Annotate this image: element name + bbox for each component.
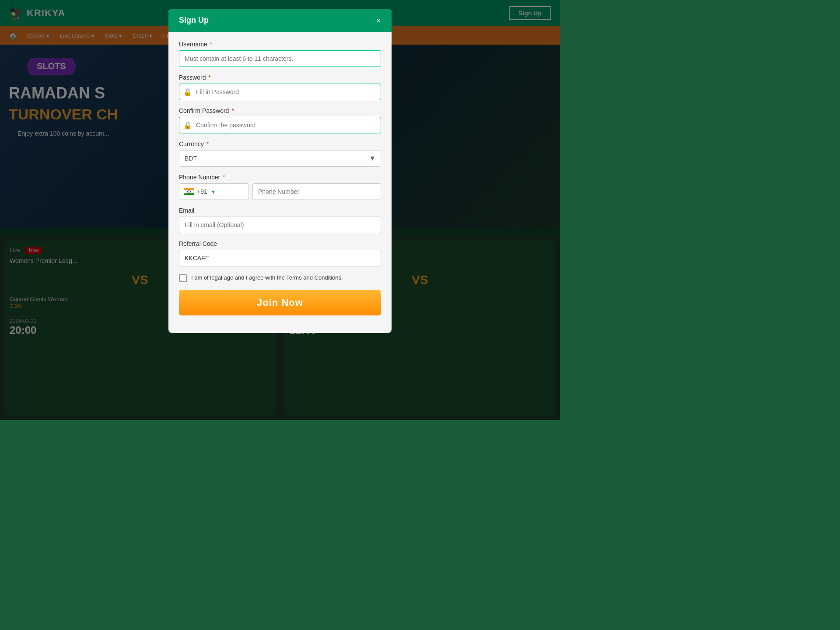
signup-modal: Sign Up × Username * Password * 🔒 — [168, 9, 392, 333]
username-input[interactable] — [179, 50, 381, 67]
confirm-password-input[interactable] — [179, 117, 381, 133]
currency-label: Currency * — [179, 140, 381, 147]
referral-input[interactable] — [179, 250, 381, 266]
terms-row: I am of legal age and I agree with the T… — [179, 273, 381, 282]
currency-group: Currency * BDT USD EUR INR ▼ — [179, 140, 381, 167]
email-label: Email — [179, 207, 381, 214]
confirm-password-wrapper: 🔒 — [179, 117, 381, 133]
phone-country-selector[interactable]: +91 ▾ — [179, 183, 249, 200]
terms-text: I am of legal age and I agree with the T… — [191, 273, 343, 282]
phone-chevron-icon: ▾ — [212, 188, 215, 195]
password-label: Password * — [179, 74, 381, 81]
confirm-password-group: Confirm Password * 🔒 — [179, 107, 381, 133]
password-input[interactable] — [179, 84, 381, 100]
india-flag-icon — [184, 188, 194, 195]
lock-confirm-icon: 🔒 — [183, 121, 192, 130]
email-input[interactable] — [179, 217, 381, 233]
currency-select[interactable]: BDT USD EUR INR — [179, 150, 381, 167]
country-code: +91 — [197, 188, 207, 195]
confirm-password-label: Confirm Password * — [179, 107, 381, 114]
modal-header: Sign Up × — [168, 9, 392, 32]
modal-body: Username * Password * 🔒 Confirm Password… — [168, 32, 392, 324]
email-group: Email — [179, 207, 381, 233]
modal-title: Sign Up — [179, 16, 209, 25]
referral-group: Referral Code — [179, 240, 381, 266]
password-wrapper: 🔒 — [179, 84, 381, 100]
join-now-button[interactable]: Join Now — [179, 290, 381, 315]
password-group: Password * 🔒 — [179, 74, 381, 100]
modal-close-button[interactable]: × — [376, 16, 381, 25]
terms-checkbox[interactable] — [179, 274, 187, 282]
username-label: Username * — [179, 41, 381, 48]
username-group: Username * — [179, 41, 381, 67]
phone-row: +91 ▾ — [179, 183, 381, 200]
phone-label: Phone Number * — [179, 174, 381, 181]
lock-icon: 🔒 — [183, 88, 192, 96]
currency-select-wrapper: BDT USD EUR INR ▼ — [179, 150, 381, 167]
phone-number-input[interactable] — [252, 183, 381, 200]
referral-label: Referral Code — [179, 240, 381, 247]
phone-group: Phone Number * +91 ▾ — [179, 174, 381, 200]
modal-overlay: Sign Up × Username * Password * 🔒 — [0, 0, 560, 420]
